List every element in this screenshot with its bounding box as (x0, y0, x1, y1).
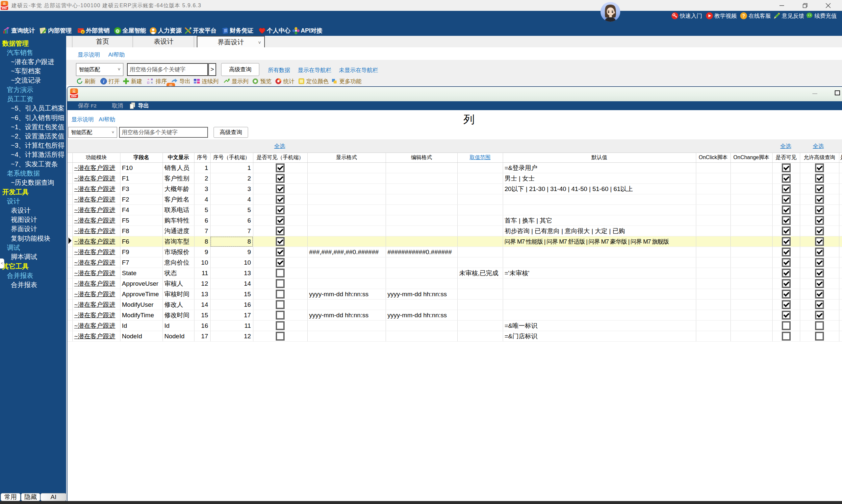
svg-text:ERP: ERP (2, 7, 7, 10)
svg-text:i: i (103, 79, 104, 84)
svg-text:云: 云 (72, 89, 76, 93)
svg-text:云: 云 (3, 2, 6, 5)
svg-text:ERP: ERP (71, 95, 77, 98)
svg-text:¥: ¥ (82, 31, 84, 34)
svg-text:⚙: ⚙ (116, 28, 120, 34)
svg-text:?: ? (742, 13, 745, 18)
